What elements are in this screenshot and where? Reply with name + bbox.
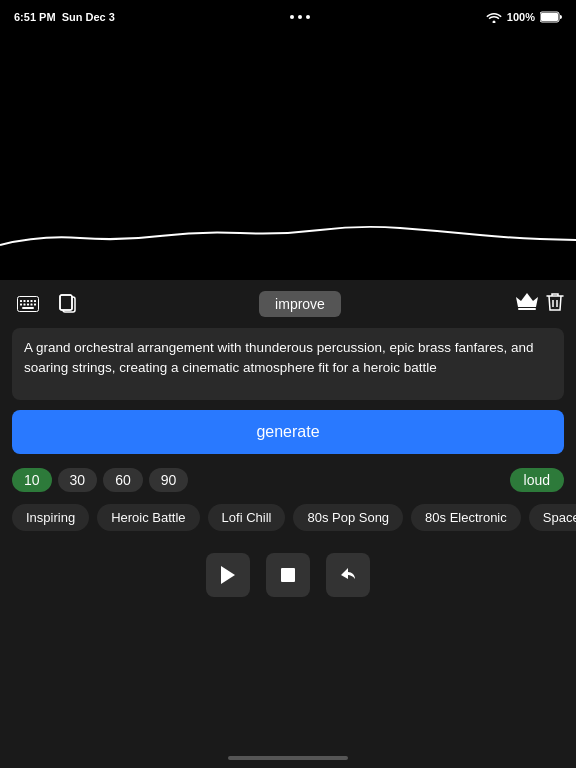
generate-button[interactable]: generate [12, 410, 564, 454]
tag-inspiring[interactable]: Inspiring [12, 504, 89, 531]
duration-90[interactable]: 90 [149, 468, 189, 492]
stop-icon [280, 567, 296, 583]
tags-row: Inspiring Heroic Battle Lofi Chill 80s P… [0, 496, 576, 539]
tag-lofi-chill[interactable]: Lofi Chill [208, 504, 286, 531]
svg-rect-8 [20, 304, 22, 306]
share-button[interactable] [326, 553, 370, 597]
prompt-text: A grand orchestral arrangement with thun… [24, 338, 552, 379]
svg-rect-17 [518, 308, 536, 310]
duration-row: 10 30 60 90 loud [0, 464, 576, 496]
play-button[interactable] [206, 553, 250, 597]
duration-60[interactable]: 60 [103, 468, 143, 492]
duration-10[interactable]: 10 [12, 468, 52, 492]
svg-rect-13 [22, 307, 34, 309]
stop-button[interactable] [266, 553, 310, 597]
copy-icon [59, 294, 77, 314]
svg-rect-21 [281, 568, 295, 582]
status-bar: 6:51 PM Sun Dec 3 100% [0, 0, 576, 28]
svg-marker-20 [221, 566, 235, 584]
svg-rect-15 [60, 295, 72, 310]
status-time-date: 6:51 PM Sun Dec 3 [14, 11, 115, 23]
dot1 [290, 15, 294, 19]
svg-rect-7 [34, 300, 36, 302]
battery-percent: 100% [507, 11, 535, 23]
svg-rect-11 [31, 304, 33, 306]
dot3 [306, 15, 310, 19]
keyboard-icon [17, 296, 39, 312]
tag-80s-electronic[interactable]: 80s Electronic [411, 504, 521, 531]
battery-icon [540, 11, 562, 23]
dot2 [298, 15, 302, 19]
trash-button[interactable] [546, 292, 564, 316]
improve-button[interactable]: improve [259, 291, 341, 317]
status-right: 100% [486, 11, 562, 23]
keyboard-button[interactable] [12, 288, 44, 320]
svg-rect-4 [24, 300, 26, 302]
wifi-icon [486, 11, 502, 23]
svg-rect-9 [24, 304, 26, 306]
crown-button[interactable] [516, 293, 538, 316]
share-icon [338, 565, 358, 585]
svg-rect-6 [31, 300, 33, 302]
svg-rect-5 [27, 300, 29, 302]
home-indicator [228, 756, 348, 760]
waveform-area [0, 28, 576, 280]
svg-rect-12 [34, 304, 36, 306]
waveform-svg [0, 200, 576, 260]
crown-icon [516, 293, 538, 311]
copy-button[interactable] [52, 288, 84, 320]
playback-row [0, 539, 576, 611]
prompt-box[interactable]: A grand orchestral arrangement with thun… [12, 328, 564, 400]
loud-button[interactable]: loud [510, 468, 564, 492]
toolbar: improve [0, 280, 576, 328]
svg-rect-1 [541, 13, 558, 21]
tag-space[interactable]: Space [529, 504, 576, 531]
duration-30[interactable]: 30 [58, 468, 98, 492]
bottom-panel: improve A grand orchestral arrangement w… [0, 280, 576, 768]
play-icon [219, 565, 237, 585]
svg-rect-3 [20, 300, 22, 302]
trash-icon [546, 292, 564, 312]
tag-heroic-battle[interactable]: Heroic Battle [97, 504, 199, 531]
status-center-dots [290, 15, 310, 19]
tag-80s-pop-song[interactable]: 80s Pop Song [293, 504, 403, 531]
svg-rect-10 [27, 304, 29, 306]
